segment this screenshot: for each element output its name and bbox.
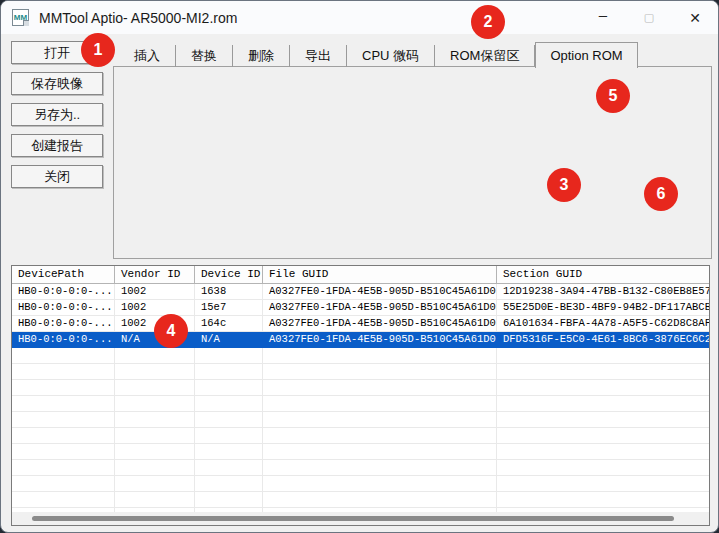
tab-replace[interactable]: 替换 [176, 45, 233, 67]
minimize-button[interactable]: – [580, 1, 626, 34]
caption-buttons: – ▢ ✕ [580, 1, 718, 34]
tab-option-rom[interactable]: Option ROM [535, 42, 637, 68]
close-rom-button[interactable]: 关闭 [11, 165, 103, 188]
cell-section-guid: 6A101634-FBFA-4A78-A5F5-C62D8C8AFF6 [497, 316, 709, 332]
tab-cpu-microcode[interactable]: CPU 微码 [347, 45, 435, 67]
cell-device-id: N/A [195, 332, 263, 348]
table-row[interactable]: HB0-0:0-0:0-... 1002 15e7 A0327FE0-1FDA-… [12, 300, 709, 316]
tab-strip: 插入 替换 删除 导出 CPU 微码 ROM保留区 Option ROM [119, 43, 638, 67]
cell-vendor-id: 1002 [115, 300, 195, 316]
cell-file-guid: A0327FE0-1FDA-4E5B-905D-B510C45A61D0 [263, 332, 497, 348]
cell-device-id: 1638 [195, 284, 263, 300]
scrollbar-thumb[interactable] [32, 516, 674, 521]
cell-device-id: 164c [195, 316, 263, 332]
minimize-icon: – [599, 6, 607, 23]
table-row[interactable]: HB0-0:0-0:0-... 1002 1638 A0327FE0-1FDA-… [12, 284, 709, 300]
save-as-button[interactable]: 另存为.. [11, 103, 103, 126]
cell-devicepath: HB0-0:0-0:0-... [12, 316, 115, 332]
cell-file-guid: A0327FE0-1FDA-4E5B-905D-B510C45A61D0 [263, 284, 497, 300]
tab-insert[interactable]: 插入 [119, 45, 176, 67]
annotation-badge-1: 1 [81, 33, 115, 67]
save-image-button[interactable]: 保存映像 [11, 72, 103, 95]
tab-rom-hole[interactable]: ROM保留区 [435, 45, 535, 67]
create-report-button[interactable]: 创建报告 [11, 134, 103, 157]
cell-section-guid: DFD5316F-E5C0-4E61-8BC6-3876EC6C208 [497, 332, 709, 348]
maximize-icon: ▢ [644, 11, 654, 24]
annotation-badge-6: 6 [644, 177, 678, 211]
cell-vendor-id: 1002 [115, 284, 195, 300]
close-button[interactable]: ✕ [672, 1, 718, 34]
horizontal-scrollbar[interactable] [12, 512, 709, 525]
column-header-device-id[interactable]: Device ID [195, 266, 263, 283]
annotation-badge-5: 5 [596, 79, 630, 113]
close-icon: ✕ [689, 10, 701, 26]
cell-file-guid: A0327FE0-1FDA-4E5B-905D-B510C45A61D0 [263, 316, 497, 332]
maximize-button: ▢ [626, 1, 672, 34]
cell-devicepath: HB0-0:0-0:0-... [12, 332, 115, 348]
cell-file-guid: A0327FE0-1FDA-4E5B-905D-B510C45A61D0 [263, 300, 497, 316]
column-header-vendor-id[interactable]: Vendor ID [115, 266, 195, 283]
cell-section-guid: 55E25D0E-BE3D-4BF9-94B2-DF117ABCBC1 [497, 300, 709, 316]
cell-devicepath: HB0-0:0-0:0-... [12, 300, 115, 316]
mmtool-window: MM MMTool Aptio- AR5000-MI2.rom – ▢ ✕ 打开… [0, 0, 719, 533]
annotation-badge-2: 2 [471, 5, 505, 39]
cell-devicepath: HB0-0:0-0:0-... [12, 284, 115, 300]
table-body: HB0-0:0-0:0-... 1002 1638 A0327FE0-1FDA-… [12, 284, 709, 512]
annotation-badge-3: 3 [547, 168, 581, 202]
table-row[interactable]: HB0-0:0-0:0-... 1002 164c A0327FE0-1FDA-… [12, 316, 709, 332]
table-header: DevicePath Vendor ID Device ID File GUID… [12, 266, 709, 284]
column-header-section-guid[interactable]: Section GUID [497, 266, 709, 283]
cell-section-guid: 12D19238-3A94-47BB-B132-C80EB8E57F1 [497, 284, 709, 300]
column-header-file-guid[interactable]: File GUID [263, 266, 497, 283]
annotation-badge-4: 4 [154, 314, 188, 348]
tab-extract[interactable]: 导出 [290, 45, 347, 67]
window-title: MMTool Aptio- AR5000-MI2.rom [39, 10, 237, 26]
table-row-selected[interactable]: HB0-0:0-0:0-... N/A N/A A0327FE0-1FDA-4E… [12, 332, 709, 348]
option-rom-table[interactable]: DevicePath Vendor ID Device ID File GUID… [11, 265, 710, 526]
cell-device-id: 15e7 [195, 300, 263, 316]
column-header-devicepath[interactable]: DevicePath [12, 266, 115, 283]
tab-delete[interactable]: 删除 [233, 45, 290, 67]
titlebar: MM MMTool Aptio- AR5000-MI2.rom – ▢ ✕ [1, 1, 718, 34]
app-icon: MM [12, 9, 29, 26]
